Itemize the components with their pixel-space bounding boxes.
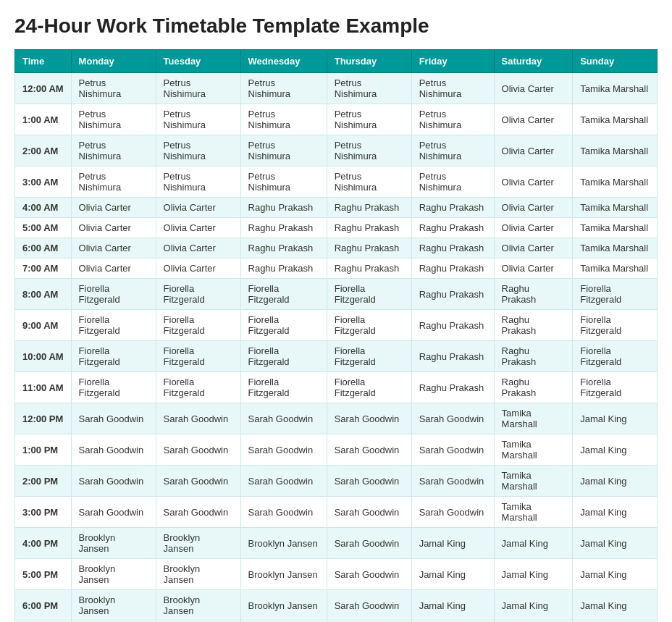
- staff-cell: Sarah Goodwin: [327, 559, 411, 590]
- staff-cell: Petrus Nishimura: [240, 167, 327, 198]
- staff-cell: Raghu Prakash: [411, 341, 494, 372]
- staff-cell: Tamika Marshall: [573, 218, 658, 238]
- staff-cell: Tamika Marshall: [573, 73, 658, 104]
- page-title: 24-Hour Work Timetable Template Example: [14, 14, 658, 38]
- staff-cell: Sarah Goodwin: [71, 466, 156, 497]
- staff-cell: Jamal King: [573, 590, 658, 621]
- staff-cell: Sarah Goodwin: [71, 497, 156, 528]
- staff-cell: Raghu Prakash: [411, 310, 494, 341]
- staff-cell: Olivia Carter: [494, 104, 573, 135]
- staff-cell: Raghu Prakash: [327, 218, 411, 238]
- staff-cell: Olivia Carter: [156, 238, 240, 259]
- table-row: 1:00 AMPetrus NishimuraPetrus NishimuraP…: [15, 104, 658, 135]
- staff-cell: Fiorella Fitzgerald: [156, 372, 240, 403]
- staff-cell: Petrus Nishimura: [71, 167, 156, 198]
- time-cell: 3:00 PM: [15, 497, 72, 528]
- staff-cell: Olivia Carter: [494, 198, 573, 218]
- staff-cell: Brooklyn Jansen: [71, 590, 156, 621]
- staff-cell: Fiorella Fitzgerald: [240, 279, 327, 310]
- staff-cell: Olivia Carter: [494, 73, 573, 104]
- staff-cell: Fiorella Fitzgerald: [240, 372, 327, 403]
- table-row: 11:00 AMFiorella FitzgeraldFiorella Fitz…: [15, 372, 658, 403]
- time-cell: 9:00 AM: [15, 310, 72, 341]
- staff-cell: Sarah Goodwin: [156, 466, 240, 497]
- table-row: 10:00 AMFiorella FitzgeraldFiorella Fitz…: [15, 341, 658, 372]
- staff-cell: Sarah Goodwin: [240, 403, 327, 434]
- staff-cell: Raghu Prakash: [327, 238, 411, 259]
- staff-cell: Fiorella Fitzgerald: [573, 279, 658, 310]
- staff-cell: Brooklyn Jansen: [240, 590, 327, 621]
- staff-cell: Jamal King: [494, 590, 573, 621]
- staff-cell: Sarah Goodwin: [156, 403, 240, 434]
- table-row: 2:00 PMSarah GoodwinSarah GoodwinSarah G…: [15, 466, 658, 497]
- staff-cell: Petrus Nishimura: [156, 104, 240, 135]
- staff-cell: Fiorella Fitzgerald: [71, 372, 156, 403]
- staff-cell: Jamal King: [494, 559, 573, 590]
- staff-cell: Tamika Marshall: [494, 434, 573, 466]
- staff-cell: Petrus Nishimura: [240, 73, 327, 104]
- table-row: 3:00 AMPetrus NishimuraPetrus NishimuraP…: [15, 167, 658, 198]
- staff-cell: Petrus Nishimura: [327, 167, 411, 198]
- staff-cell: Fiorella Fitzgerald: [240, 310, 327, 341]
- staff-cell: Fiorella Fitzgerald: [240, 341, 327, 372]
- staff-cell: Tamika Marshall: [494, 403, 573, 434]
- time-cell: 5:00 PM: [15, 559, 72, 590]
- col-header-sunday: Sunday: [573, 50, 658, 73]
- time-cell: 12:00 PM: [15, 403, 72, 434]
- staff-cell: Olivia Carter: [494, 259, 573, 279]
- staff-cell: Brooklyn Jansen: [71, 528, 156, 559]
- staff-cell: Fiorella Fitzgerald: [156, 341, 240, 372]
- table-row: 5:00 AMOlivia CarterOlivia CarterRaghu P…: [15, 218, 658, 238]
- staff-cell: Fiorella Fitzgerald: [327, 341, 411, 372]
- staff-cell: Tamika Marshall: [573, 259, 658, 279]
- staff-cell: Sarah Goodwin: [411, 497, 494, 528]
- staff-cell: Petrus Nishimura: [411, 135, 494, 167]
- staff-cell: Tamika Marshall: [494, 497, 573, 528]
- staff-cell: Raghu Prakash: [411, 279, 494, 310]
- time-cell: 11:00 AM: [15, 372, 72, 403]
- staff-cell: Fiorella Fitzgerald: [573, 372, 658, 403]
- staff-cell: Jamal King: [494, 528, 573, 559]
- staff-cell: Brooklyn Jansen: [156, 559, 240, 590]
- table-row: 2:00 AMPetrus NishimuraPetrus NishimuraP…: [15, 135, 658, 167]
- staff-cell: Olivia Carter: [156, 259, 240, 279]
- timetable: TimeMondayTuesdayWednesdayThursdayFriday…: [14, 49, 658, 622]
- staff-cell: Jamal King: [573, 528, 658, 559]
- staff-cell: Sarah Goodwin: [327, 434, 411, 466]
- staff-cell: Tamika Marshall: [573, 198, 658, 218]
- table-row: 3:00 PMSarah GoodwinSarah GoodwinSarah G…: [15, 497, 658, 528]
- staff-cell: Fiorella Fitzgerald: [71, 279, 156, 310]
- staff-cell: Petrus Nishimura: [156, 135, 240, 167]
- time-cell: 10:00 AM: [15, 341, 72, 372]
- time-cell: 12:00 AM: [15, 73, 72, 104]
- time-cell: 5:00 AM: [15, 218, 72, 238]
- staff-cell: Tamika Marshall: [573, 238, 658, 259]
- col-header-friday: Friday: [411, 50, 494, 73]
- staff-cell: Petrus Nishimura: [240, 104, 327, 135]
- staff-cell: Sarah Goodwin: [240, 466, 327, 497]
- staff-cell: Fiorella Fitzgerald: [327, 310, 411, 341]
- staff-cell: Petrus Nishimura: [71, 73, 156, 104]
- staff-cell: Raghu Prakash: [494, 372, 573, 403]
- staff-cell: Sarah Goodwin: [411, 434, 494, 466]
- staff-cell: Sarah Goodwin: [71, 403, 156, 434]
- staff-cell: Sarah Goodwin: [156, 434, 240, 466]
- staff-cell: Tamika Marshall: [573, 167, 658, 198]
- staff-cell: Jamal King: [411, 559, 494, 590]
- staff-cell: Raghu Prakash: [327, 259, 411, 279]
- col-header-monday: Monday: [71, 50, 156, 73]
- staff-cell: Sarah Goodwin: [327, 590, 411, 621]
- staff-cell: Sarah Goodwin: [156, 497, 240, 528]
- col-header-time: Time: [15, 50, 72, 73]
- staff-cell: Petrus Nishimura: [156, 73, 240, 104]
- staff-cell: Olivia Carter: [71, 238, 156, 259]
- staff-cell: Raghu Prakash: [411, 238, 494, 259]
- staff-cell: Olivia Carter: [71, 198, 156, 218]
- staff-cell: Olivia Carter: [494, 238, 573, 259]
- time-cell: 4:00 AM: [15, 198, 72, 218]
- table-row: 6:00 PMBrooklyn JansenBrooklyn JansenBro…: [15, 590, 658, 621]
- staff-cell: Tamika Marshall: [494, 466, 573, 497]
- staff-cell: Fiorella Fitzgerald: [573, 341, 658, 372]
- time-cell: 6:00 PM: [15, 590, 72, 621]
- time-cell: 3:00 AM: [15, 167, 72, 198]
